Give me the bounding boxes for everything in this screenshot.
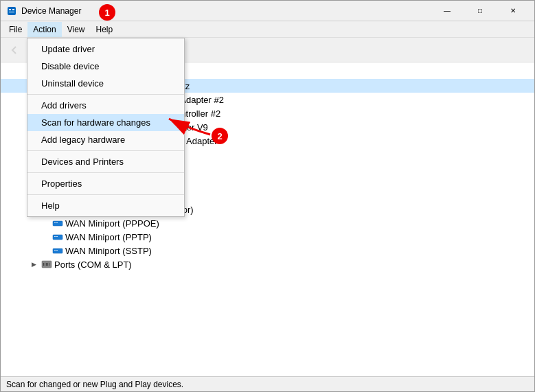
window-controls: — □ ✕ bbox=[431, 1, 529, 21]
menu-scan-hardware[interactable]: Scan for hardware changes bbox=[27, 114, 184, 131]
wan-pppoe-label: WAN Miniport (PPPOE) bbox=[65, 218, 159, 229]
svg-rect-39 bbox=[53, 221, 62, 226]
separator-4 bbox=[27, 194, 184, 195]
separator-2 bbox=[27, 150, 184, 151]
menu-properties[interactable]: Properties bbox=[27, 175, 184, 192]
menu-update-driver[interactable]: Update driver bbox=[27, 41, 184, 58]
menu-item-view[interactable]: View bbox=[62, 22, 91, 37]
no-toggle bbox=[39, 218, 50, 229]
ports-icon bbox=[41, 259, 52, 270]
action-dropdown-menu: Update driver Disable device Uninstall d… bbox=[27, 38, 185, 217]
menu-bar: File Action View Help Update driver Disa… bbox=[1, 21, 534, 38]
status-bar: Scan for changed or new Plug and Play de… bbox=[1, 376, 534, 391]
svg-rect-41 bbox=[56, 222, 58, 223]
menu-uninstall-device[interactable]: Uninstall device bbox=[27, 75, 184, 92]
separator-3 bbox=[27, 172, 184, 173]
toolbar-back-btn[interactable] bbox=[5, 41, 24, 60]
menu-add-legacy[interactable]: Add legacy hardware bbox=[27, 131, 184, 148]
expand-toggle-ports[interactable]: ▶ bbox=[28, 259, 39, 270]
svg-rect-53 bbox=[49, 263, 49, 266]
window-title: Device Manager bbox=[21, 6, 431, 16]
svg-rect-44 bbox=[56, 236, 58, 237]
tree-item-wan-sstp[interactable]: WAN Miniport (SSTP) bbox=[1, 244, 534, 257]
no-toggle bbox=[39, 245, 50, 256]
svg-rect-45 bbox=[53, 249, 62, 253]
maximize-button[interactable]: □ bbox=[464, 1, 496, 21]
svg-rect-1 bbox=[9, 9, 11, 10]
title-bar: Device Manager — □ ✕ bbox=[1, 1, 534, 21]
menu-item-action[interactable]: Action bbox=[27, 22, 61, 37]
svg-rect-42 bbox=[53, 235, 62, 240]
svg-rect-2 bbox=[12, 9, 14, 10]
menu-devices-printers[interactable]: Devices and Printers bbox=[27, 153, 184, 170]
wan-sstp-label: WAN Miniport (SSTP) bbox=[65, 246, 152, 256]
no-toggle bbox=[39, 231, 50, 242]
tree-item-wan-pptp[interactable]: WAN Miniport (PPTP) bbox=[1, 230, 534, 244]
svg-rect-43 bbox=[54, 236, 56, 237]
svg-rect-0 bbox=[8, 7, 16, 15]
adapter-icon-12 bbox=[52, 231, 63, 242]
status-text: Scan for changed or new Plug and Play de… bbox=[6, 380, 183, 389]
menu-item-help[interactable]: Help bbox=[91, 22, 119, 37]
svg-rect-3 bbox=[9, 12, 14, 12]
device-manager-window: Device Manager — □ ✕ File Action View He… bbox=[0, 0, 535, 392]
minimize-button[interactable]: — bbox=[431, 1, 463, 21]
separator-1 bbox=[27, 94, 184, 95]
tree-item-ports[interactable]: ▶ Ports (COM & LPT) bbox=[1, 257, 534, 271]
menu-item-file[interactable]: File bbox=[3, 22, 27, 37]
wan-pptp-label: WAN Miniport (PPTP) bbox=[65, 232, 152, 242]
svg-rect-40 bbox=[54, 222, 56, 223]
menu-add-drivers[interactable]: Add drivers bbox=[27, 97, 184, 114]
close-button[interactable]: ✕ bbox=[497, 1, 529, 21]
svg-rect-50 bbox=[45, 263, 45, 266]
menu-help[interactable]: Help bbox=[27, 197, 184, 214]
svg-rect-52 bbox=[47, 263, 48, 266]
adapter-icon-11 bbox=[52, 218, 63, 229]
svg-rect-47 bbox=[56, 250, 58, 251]
adapter-icon-13 bbox=[52, 245, 63, 256]
tree-item-wan-pppoe[interactable]: WAN Miniport (PPPOE) bbox=[1, 216, 534, 230]
svg-rect-46 bbox=[54, 250, 56, 251]
svg-rect-51 bbox=[46, 263, 47, 266]
svg-rect-49 bbox=[43, 263, 44, 266]
menu-disable-device[interactable]: Disable device bbox=[27, 58, 184, 75]
ports-label: Ports (COM & LPT) bbox=[54, 260, 132, 270]
app-icon bbox=[6, 5, 17, 16]
